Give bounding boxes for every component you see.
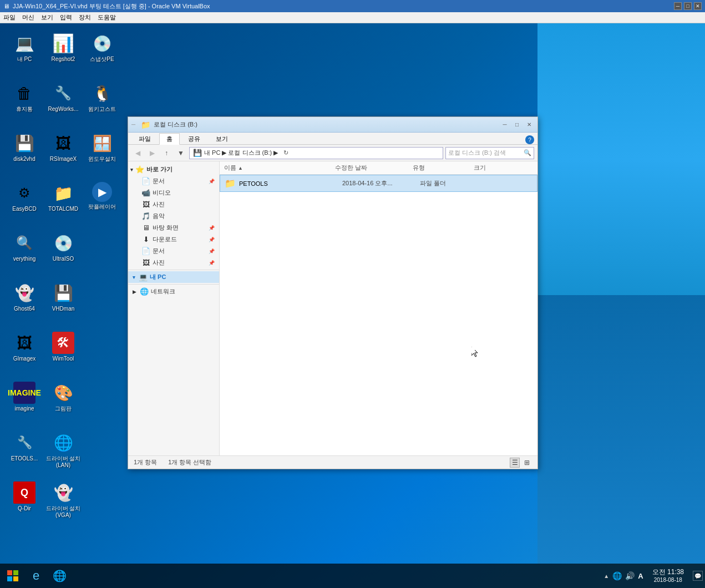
col-type-label: 유형: [413, 164, 425, 171]
desktop-icon-easybcd[interactable]: ⚙ EasyBCD: [4, 182, 44, 213]
nav-item-docs1[interactable]: 📄 문서 📌: [128, 175, 219, 187]
desktop-icon-imagine[interactable]: IMAGINE imagine: [4, 382, 44, 413]
desktop-icon-ghost64[interactable]: 👻 Ghost64: [4, 282, 44, 313]
desktop-icon-snappe[interactable]: 💿 스냅샷PE: [82, 32, 122, 63]
nav-up-button[interactable]: ↑: [160, 147, 173, 159]
music-label: 음악: [153, 212, 165, 220]
video-label: 비디오: [153, 189, 171, 197]
explorer-ribbon-tabs: 파일 홈 공유 보기 ?: [128, 133, 537, 145]
ultraiso-label: UltraISO: [52, 255, 75, 263]
desktop-icon-drv-vga[interactable]: 👻 드라이버 설치(VGA): [43, 481, 83, 519]
explorer-titlebar: ─ 📁 로컬 디스크 (B:) ─ □ ✕: [128, 117, 537, 133]
desktop-icon-everything[interactable]: 🔍 verything: [4, 232, 44, 263]
chevron-right-icon: ▾: [133, 275, 135, 280]
tab-file[interactable]: 파일: [131, 133, 158, 144]
explorer-body: ▾ ⭐ 바로 가기 📄 문서 📌 📹 비디오: [128, 161, 537, 455]
content-header: 이름 ▲ 수정한 날짜 유형 크기: [220, 161, 537, 175]
vbox-minimize-button[interactable]: ─: [674, 2, 682, 10]
desktop-icon-rsimagex[interactable]: 🖼 RSImageX: [43, 132, 83, 163]
nav-item-video[interactable]: 📹 비디오: [128, 187, 219, 199]
nav-recent-button[interactable]: ▼: [175, 147, 187, 159]
address-bar[interactable]: 💾 내 PC ▶ 로컬 디스크 (B:) ▶ ↻: [189, 147, 443, 159]
easybcd-label: EasyBCD: [11, 205, 37, 213]
desktop-icon-regworks[interactable]: 🔧 RegWorks...: [43, 82, 83, 113]
nav-back-button[interactable]: ◀: [131, 147, 144, 159]
photos1-label: 사진: [153, 200, 165, 209]
tray-up-arrow[interactable]: ▲: [603, 573, 609, 579]
desktop-icon-trash[interactable]: 🗑 휴지통: [4, 82, 44, 113]
col-header-size[interactable]: 크기: [474, 164, 533, 172]
network-icon: 🌐: [140, 287, 149, 296]
vbox-maximize-button[interactable]: □: [684, 2, 692, 10]
vbox-menu-file[interactable]: 파일: [3, 13, 16, 22]
nav-item-photos1[interactable]: 🖼 사진: [128, 199, 219, 210]
nav-item-music[interactable]: 🎵 음악: [128, 210, 219, 222]
nav-item-photos2[interactable]: 🖼 사진 📌: [128, 257, 219, 268]
vbox-menu-input[interactable]: 입력: [60, 13, 72, 22]
search-icon[interactable]: 🔍: [524, 149, 531, 156]
taskbar-clock[interactable]: 오전 11:38 2018-08-18: [648, 568, 688, 584]
clock-date: 2018-08-18: [652, 576, 684, 584]
explorer-close-button[interactable]: ✕: [524, 120, 534, 130]
refresh-button[interactable]: ↻: [280, 147, 291, 159]
nav-item-network[interactable]: ▶ 🌐 네트워크: [128, 286, 219, 297]
nav-item-desktop[interactable]: 🖥 바탕 화면 📌: [128, 222, 219, 234]
desktop-icon-winsetup[interactable]: 🪟 윈도우설치: [82, 132, 122, 163]
vbox-menu-machine[interactable]: 머신: [22, 13, 34, 22]
desktop-icon-regshot[interactable]: 📊 Regshot2: [43, 32, 83, 63]
address-bar-icon: 💾: [193, 149, 202, 157]
volume-tray-icon[interactable]: 🔊: [625, 571, 635, 580]
vhdman-label: VHDman: [51, 305, 76, 313]
col-header-name[interactable]: 이름 ▲: [224, 164, 335, 172]
desktop-icon-totalcmd[interactable]: 📁 TOTALCMD: [43, 182, 83, 213]
statusbar-view-controls: ☰ ⊞: [510, 458, 532, 468]
desktop-icon-disk2vhd[interactable]: 💾 disk2vhd: [4, 132, 44, 163]
paint-icon: 🎨: [52, 382, 74, 404]
nav-item-mypc[interactable]: ▾ 💻 내 PC: [128, 271, 219, 283]
desktop-icon-wimtool[interactable]: 🛠 WimTool: [43, 332, 83, 363]
vhdman-icon: 💾: [52, 282, 74, 304]
nav-forward-button[interactable]: ▶: [146, 147, 158, 159]
photos1-icon: 🖼: [141, 200, 150, 209]
desktop-icons: 💻 내 PC 📊 Regshot2 💿 스냅샷PE 🗑 휴지통 🔧 RegWor…: [0, 28, 128, 564]
help-button[interactable]: ?: [525, 135, 534, 144]
paint-label: 그림판: [54, 405, 73, 413]
nav-item-download[interactable]: ⬇ 다운로드 📌: [128, 234, 219, 245]
vbox-menu-help[interactable]: 도움말: [98, 13, 116, 22]
tab-share[interactable]: 공유: [181, 133, 207, 144]
desktop-icon-drv-lan[interactable]: 🌐 드라이버 설치(LAN): [43, 432, 83, 469]
desktop-icon-ultraiso[interactable]: 💿 UltraISO: [43, 232, 83, 263]
nav-section-quickaccess[interactable]: ▾ ⭐ 바로 가기: [128, 164, 219, 175]
ime-indicator[interactable]: A: [638, 572, 643, 580]
action-center-button[interactable]: 💬: [693, 571, 703, 581]
explorer-maximize-button[interactable]: □: [512, 120, 522, 130]
start-button[interactable]: [2, 565, 23, 586]
pin-icon3: 📌: [209, 237, 215, 242]
desktop-icon-potplayer[interactable]: ▶ 팟플레이어: [82, 182, 122, 211]
search-box[interactable]: 로컬 디스크 (B:) 검색 🔍: [445, 147, 534, 159]
col-header-date[interactable]: 수정한 날짜: [335, 164, 413, 172]
desktop-icon-mypc[interactable]: 💻 내 PC: [4, 32, 44, 63]
vbox-menu-devices[interactable]: 장치: [79, 13, 91, 22]
tab-home[interactable]: 홈: [159, 133, 180, 145]
taskbar-globe-button[interactable]: 🌐: [49, 565, 70, 586]
vbox-menu-view[interactable]: 보기: [41, 13, 53, 22]
desktop-icon-vhdman[interactable]: 💾 VHDman: [43, 282, 83, 313]
desktop-icon-paint[interactable]: 🎨 그림판: [43, 382, 83, 413]
statusbar-selected: 1개 항목 선택함: [168, 458, 211, 467]
table-row[interactable]: 📁 PETOOLS 2018-04-16 오후... 파일 폴더: [220, 175, 537, 192]
vbox-close-button[interactable]: ✕: [694, 2, 702, 10]
desktop-icon-wimghost[interactable]: 🐧 윔키고스트: [82, 82, 122, 113]
mypc-nav-label: 내 PC: [150, 273, 166, 281]
col-header-type[interactable]: 유형: [413, 164, 474, 172]
desktop-icon-qdir[interactable]: Q Q-Dir: [4, 481, 44, 513]
view-tiles-button[interactable]: ⊞: [522, 458, 532, 468]
pin-icon: 📌: [209, 179, 215, 184]
desktop-icon-petools[interactable]: 🔧 ETOOLS...: [4, 432, 44, 463]
tab-view[interactable]: 보기: [209, 133, 235, 144]
desktop-icon-gimagex[interactable]: 🖼 GImagex: [4, 332, 44, 363]
explorer-minimize-button[interactable]: ─: [500, 120, 510, 130]
taskbar-ie-button[interactable]: e: [26, 565, 47, 586]
nav-item-docs2[interactable]: 📄 문서 📌: [128, 245, 219, 257]
view-details-button[interactable]: ☰: [510, 458, 520, 468]
